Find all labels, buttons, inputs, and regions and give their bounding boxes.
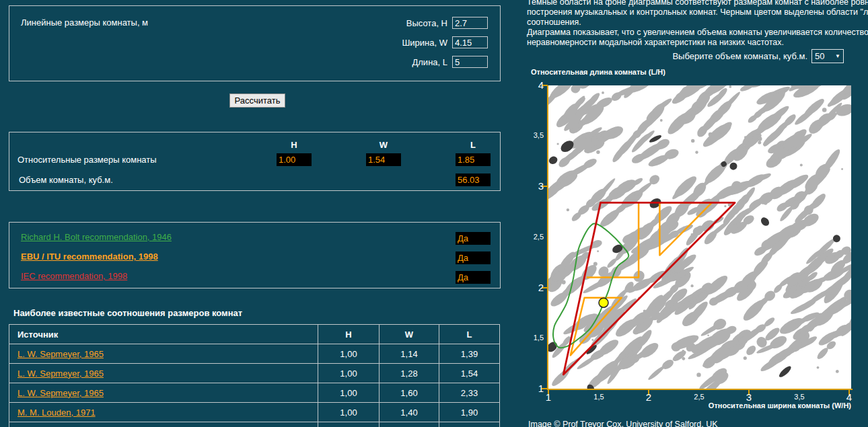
source-column-header: Источник (9, 325, 318, 344)
ratio-h-value: 1,00 (318, 344, 379, 364)
chevron-down-icon: ▼ (835, 53, 840, 59)
length-input[interactable] (452, 56, 488, 68)
image-attribution: Image © Prof Trevor Cox, University of S… (528, 420, 718, 427)
room-ratio-diagram (548, 85, 851, 389)
y-axis-line (547, 85, 548, 390)
y-tick-label: 4 (518, 79, 544, 91)
table-row: L. W. Sepmeyer, 1965 1,00 1,28 1,54 (9, 364, 500, 383)
y-tick-label: 3 (518, 180, 544, 192)
volume-select-label: Выберите объем комнаты, куб.м. (672, 51, 807, 61)
calculate-button[interactable]: Рассчитать (229, 93, 285, 108)
description-line: соотношения. (527, 17, 868, 28)
x-tick-label: 1,5 (585, 393, 612, 401)
recommendations-panel: Richard H. Bolt recommendation, 1946 Да … (9, 222, 501, 288)
y-tick-label: 3,5 (518, 131, 544, 139)
y-tick-label: 2,5 (518, 233, 544, 241)
ratio-source-link[interactable]: M. M. Louden, 1971 (17, 407, 96, 418)
relative-h-value: 1.00 (277, 153, 312, 166)
ratio-l-value: 1,90 (439, 403, 500, 422)
table-row: L. W. Sepmeyer, 1965 1,00 1,60 2,33 (9, 383, 500, 403)
iec-recommendation-link[interactable]: IEC recommendation, 1998 (21, 271, 127, 281)
ratios-table-title: Наиболее известные соотношения размеров … (13, 308, 242, 318)
height-input[interactable] (452, 17, 488, 29)
description-line: построения музыкальных и контрольных ком… (527, 7, 868, 17)
table-header-row: Источник H W L (9, 325, 500, 344)
ratio-source-link[interactable]: L. W. Sepmeyer, 1965 (17, 368, 104, 379)
w-column-header: W (379, 325, 439, 344)
x-tick-label: 3,5 (786, 393, 813, 401)
h-column-header: H (318, 325, 379, 344)
ratio-w-value: 1,60 (379, 383, 439, 403)
table-row-partial (9, 422, 500, 427)
ebu-itu-recommendation-result: Да (456, 251, 491, 264)
length-label: Длина, L (412, 57, 447, 67)
volume-select[interactable]: 50 ▼ (811, 49, 844, 63)
relative-header-h: H (277, 140, 312, 150)
relative-dimensions-label: Относительные размеры комнаты (17, 155, 157, 165)
l-column-header: L (439, 325, 500, 344)
relative-dimensions-panel: H W L Относительные размеры комнаты 1.00… (9, 132, 501, 191)
y-tick-label: 1,5 (518, 334, 544, 342)
current-room-point (599, 298, 608, 307)
bolt-recommendation-result: Да (456, 232, 491, 245)
iec-recommendation-result: Да (456, 271, 491, 284)
room-ratio-calculator-page: { "page_bg": "#0d4557", "linear_panel": … (0, 0, 868, 427)
table-row: M. M. Louden, 1971 1,00 1,40 1,90 (9, 403, 500, 422)
ratio-w-value (379, 422, 439, 427)
ratio-w-value: 1,28 (379, 364, 439, 383)
ratio-l-value: 1,54 (439, 364, 500, 383)
ratio-l-value (439, 422, 500, 427)
volume-value: 56.03 (456, 173, 491, 186)
ratio-h-value: 1,00 (318, 364, 379, 383)
relative-l-value: 1.85 (456, 153, 491, 166)
chart-x-axis-label: Относительная ширина комнаты (W/H) (548, 401, 851, 410)
volume-select-row: Выберите объем комнаты, куб.м. 50 ▼ (527, 49, 844, 63)
description-line: неравномерности модальной характеристики… (527, 38, 868, 48)
x-tick-label: 2,5 (686, 393, 713, 401)
diagram-canvas (548, 85, 851, 389)
bolt-recommendation-link[interactable]: Richard H. Bolt recommendation, 1946 (21, 232, 172, 242)
chart-y-axis-label: Относительная длина комнаты (L/H) (531, 68, 665, 76)
linear-dimensions-title: Линейные размеры комнаты, м (21, 17, 148, 28)
ratio-l-value: 1,39 (439, 344, 500, 364)
relative-w-value: 1.54 (366, 153, 401, 166)
table-row: L. W. Sepmeyer, 1965 1,00 1,14 1,39 (9, 344, 500, 364)
ratio-l-value: 2,33 (439, 383, 500, 403)
x-axis-line (547, 389, 853, 390)
ratio-source-link[interactable]: L. W. Sepmeyer, 1965 (17, 349, 104, 359)
y-tick-label: 2 (518, 282, 544, 293)
volume-select-value: 50 (815, 51, 824, 61)
ratios-table: Источник H W L L. W. Sepmeyer, 1965 1,00… (9, 324, 500, 427)
ebu-itu-recommendation-link[interactable]: EBU / ITU recommendation, 1998 (21, 251, 158, 262)
diagram-description-text: Темные области на фоне диаграммы соответ… (527, 0, 868, 48)
linear-dimensions-panel: Линейные размеры комнаты, м Высота, H Ши… (9, 5, 501, 81)
relative-header-w: W (366, 140, 401, 150)
ratio-h-value: 1,00 (318, 383, 379, 403)
ratio-h-value (318, 422, 379, 427)
relative-header-l: L (456, 140, 491, 150)
description-line: Диаграмма показывает, что с увеличением … (527, 28, 868, 38)
width-input[interactable] (452, 36, 488, 48)
height-label: Высота, H (406, 18, 447, 28)
volume-label: Объем комнаты, куб.м. (19, 175, 113, 185)
width-label: Ширина, W (402, 38, 447, 48)
description-line: Темные области на фоне диаграммы соответ… (527, 0, 868, 7)
ratio-source-link[interactable]: L. W. Sepmeyer, 1965 (17, 388, 104, 398)
ratio-h-value: 1,00 (318, 403, 379, 422)
ratio-w-value: 1,40 (379, 403, 439, 422)
ratio-w-value: 1,14 (379, 344, 439, 364)
